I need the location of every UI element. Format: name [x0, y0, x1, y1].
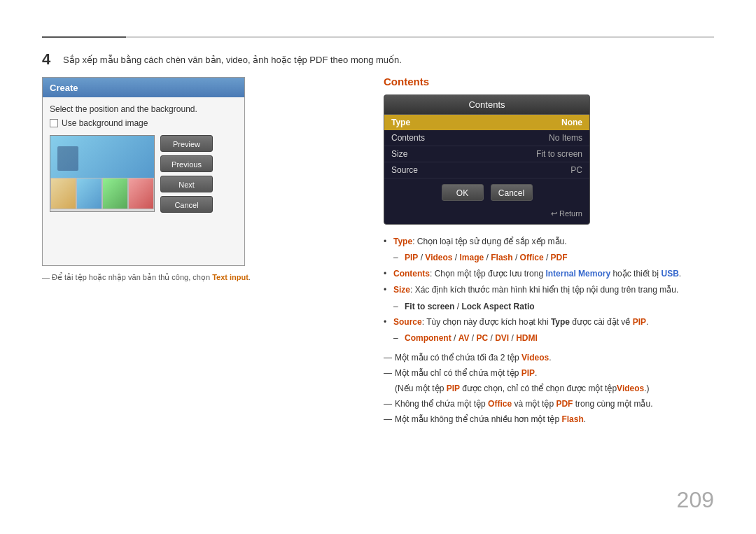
bullet-size-text: Size: Xác định kích thước màn hình khi h… — [393, 283, 678, 297]
type-keyword: Type — [393, 237, 412, 246]
hdmi-keyword: HDMI — [516, 333, 538, 343]
contents-row-label: Contents — [391, 133, 425, 143]
dialog-ok-button[interactable]: OK — [442, 184, 484, 201]
note-1: ― Một mẫu có thể chứa tối đa 2 tệp Video… — [384, 351, 706, 365]
preview-button[interactable]: Preview — [160, 135, 213, 152]
component-keyword: Component — [405, 333, 451, 343]
create-dialog-body: Select the position and the background. … — [43, 97, 244, 220]
bullet-dot-2: • — [384, 267, 393, 281]
create-dialog: Create Select the position and the backg… — [42, 77, 245, 266]
note-2: ― Một mẫu chỉ có thể chứa một tệp PIP. — [384, 367, 706, 380]
sub-bullet-type-text: PIP / Videos / Image / Flash / Office / … — [405, 251, 568, 265]
note-3: (Nếu một tệp PIP được chọn, chỉ có thể c… — [384, 382, 706, 395]
sub-bullet-size-text: Fit to screen / Lock Aspect Ratio — [405, 300, 535, 314]
sub-bullet-type: – PIP / Videos / Image / Flash / Office … — [393, 251, 706, 265]
bullet-type: • Type: Chọn loại tệp sử dụng để sắp xếp… — [384, 234, 706, 248]
bullet-dot-3: • — [384, 283, 393, 297]
thumb-cell-3 — [102, 178, 128, 209]
footnote-prefix: ― Để tải tệp hoặc nhập văn bản thủ công,… — [42, 273, 212, 281]
flash-ref: Flash — [561, 414, 583, 424]
return-label: Return — [559, 209, 582, 218]
contents-section-title: Contents — [384, 76, 713, 87]
lock-aspect-ratio-keyword: Lock Aspect Ratio — [461, 302, 534, 311]
dvi-keyword: DVI — [495, 333, 509, 343]
thumbnail-grid — [50, 135, 155, 212]
videos-keyword: Videos — [425, 253, 452, 262]
bullet-type-text: Type: Chọn loại tệp sử dụng để sắp xếp m… — [393, 234, 567, 248]
bullet-contents: • Contents: Chọn một tệp được lưu trong … — [384, 267, 706, 281]
pdf-ref: PDF — [556, 399, 573, 409]
contents-keyword: Contents — [393, 269, 430, 279]
sub-dash-1: – — [393, 251, 405, 265]
top-line — [42, 36, 714, 38]
bullet-dot-1: • — [384, 234, 393, 248]
bullet-source-text: Source: Tùy chọn này được kích hoạt khi … — [393, 315, 648, 329]
contents-dialog-header: Contents — [384, 95, 589, 115]
videos-ref-1: Videos — [522, 353, 549, 363]
note-dash-2: ― — [384, 367, 395, 380]
pip-ref-2: PIP — [522, 368, 535, 378]
note-3-text: (Nếu một tệp PIP được chọn, chỉ có thể c… — [395, 382, 650, 395]
note-dash-3 — [384, 382, 395, 395]
note-1-text: Một mẫu có thể chứa tối đa 2 tệp Videos. — [395, 351, 552, 365]
type-value: None — [561, 118, 582, 127]
previous-button[interactable]: Previous — [160, 155, 213, 172]
source-row-label: Source — [391, 165, 418, 175]
sub-bullet-source-text: Component / AV / PC / DVI / HDMI — [405, 331, 538, 345]
type-ref: Type — [551, 317, 570, 327]
top-line-accent — [42, 36, 126, 38]
page-number: 209 — [677, 487, 714, 513]
pc-keyword: PC — [476, 333, 488, 343]
figure-small — [57, 146, 78, 171]
pdf-keyword: PDF — [551, 253, 568, 262]
create-header-label: Create — [50, 83, 78, 93]
type-row: Type None — [384, 115, 589, 130]
pip-ref: PIP — [633, 317, 646, 327]
pip-keyword: PIP — [405, 253, 418, 262]
note-5: ― Một mẫu không thể chứa nhiều hơn một t… — [384, 413, 706, 426]
size-keyword: Size — [393, 285, 410, 295]
size-row-value: Fit to screen — [536, 149, 582, 159]
bullet-size: • Size: Xác định kích thước màn hình khi… — [384, 283, 706, 297]
office-ref: Office — [488, 399, 512, 409]
note-2-text: Một mẫu chỉ có thể chứa một tệp PIP. — [395, 367, 537, 380]
next-button[interactable]: Next — [160, 176, 213, 192]
source-row-value: PC — [570, 165, 582, 175]
office-keyword: Office — [520, 253, 544, 262]
pip-ref-3: PIP — [447, 384, 460, 393]
dialog-return: ↩ Return — [384, 206, 589, 224]
note-dash-4: ― — [384, 398, 395, 411]
note-dash-1: ― — [384, 351, 395, 365]
right-section: Contents Contents Type None Contents No … — [384, 76, 713, 429]
contents-row: Contents No Items — [384, 130, 589, 146]
footnote-suffix: . — [248, 273, 251, 281]
footnote: ― Để tải tệp hoặc nhập văn bản thủ công,… — [42, 273, 251, 282]
create-content-area: Preview Previous Next Cancel — [50, 135, 237, 213]
cancel-button[interactable]: Cancel — [160, 196, 213, 213]
usb-keyword: USB — [661, 269, 678, 279]
videos-ref-3: Videos — [617, 384, 644, 393]
create-dialog-header: Create — [43, 78, 244, 97]
thumb-cell-1 — [50, 178, 76, 209]
size-row: Size Fit to screen — [384, 146, 589, 162]
sub-bullet-source: – Component / AV / PC / DVI / HDMI — [393, 331, 706, 345]
note-4-text: Không thể chứa một tệp Office và một tệp… — [395, 398, 652, 411]
bullet-dot-4: • — [384, 315, 393, 329]
flash-keyword: Flash — [491, 253, 512, 262]
notes-section: ― Một mẫu có thể chứa tối đa 2 tệp Video… — [384, 351, 706, 427]
thumb-row — [50, 178, 154, 209]
note-4: ― Không thể chứa một tệp Office và một t… — [384, 398, 706, 411]
image-keyword: Image — [460, 253, 484, 262]
step-description: Sắp xếp mẫu bằng cách chèn văn bản, vide… — [63, 55, 402, 65]
contents-row-value: No Items — [549, 133, 582, 143]
contents-dialog: Contents Type None Contents No Items Siz… — [384, 94, 590, 225]
bullet-section: • Type: Chọn loại tệp sử dụng để sắp xếp… — [384, 234, 706, 427]
size-row-label: Size — [391, 149, 407, 159]
source-row: Source PC — [384, 162, 589, 178]
use-background-checkbox[interactable] — [50, 119, 58, 127]
source-keyword: Source — [393, 317, 422, 327]
note-dash-5: ― — [384, 413, 395, 426]
dialog-cancel-button[interactable]: Cancel — [491, 184, 533, 201]
bullet-source: • Source: Tùy chọn này được kích hoạt kh… — [384, 315, 706, 329]
bullet-contents-text: Contents: Chọn một tệp được lưu trong In… — [393, 267, 681, 281]
